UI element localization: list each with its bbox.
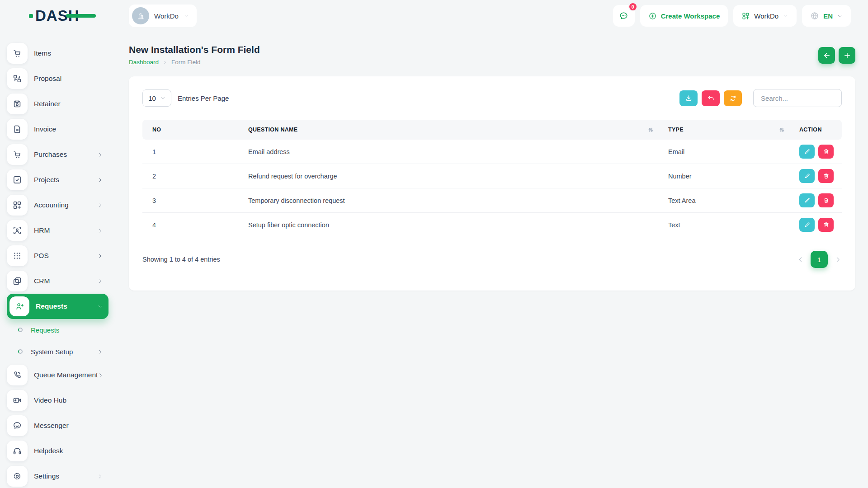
sidebar: Items Proposal Retainer Invoice Purchase… xyxy=(0,32,116,488)
logo-dot xyxy=(29,14,33,18)
sidebar-item-settings[interactable]: Settings xyxy=(7,464,108,488)
pencil-icon xyxy=(804,197,811,204)
app-menu-button[interactable]: WorkDo xyxy=(733,5,797,27)
refresh-icon xyxy=(729,94,737,102)
page-1-button[interactable]: 1 xyxy=(811,251,828,268)
chevron-right-icon xyxy=(97,152,103,158)
plus-icon xyxy=(843,52,851,60)
chevron-right-icon xyxy=(97,177,103,183)
language-code: EN xyxy=(823,12,833,20)
sidebar-subitem-system-setup[interactable]: System Setup xyxy=(0,341,116,362)
search-input[interactable] xyxy=(753,89,842,107)
edit-button[interactable] xyxy=(799,145,815,159)
grid-plus-icon xyxy=(741,12,750,20)
building-icon xyxy=(136,11,146,21)
export-button[interactable] xyxy=(679,90,698,106)
table-row: 2 Refund request for overcharge Number xyxy=(142,164,842,188)
headset-icon xyxy=(7,441,28,461)
next-page-button[interactable] xyxy=(834,256,842,263)
pencil-icon xyxy=(804,221,811,228)
chevron-right-icon xyxy=(98,372,104,378)
table-row: 1 Email address Email xyxy=(142,140,842,164)
delete-button[interactable] xyxy=(818,169,834,183)
undo-button[interactable] xyxy=(702,90,720,106)
sidebar-item-pos[interactable]: POS xyxy=(7,243,108,268)
breadcrumb-dashboard-link[interactable]: Dashboard xyxy=(129,59,159,66)
sidebar-item-retainer[interactable]: Retainer xyxy=(7,91,108,117)
chevron-right-icon xyxy=(97,253,103,259)
messages-button[interactable]: 0 xyxy=(613,5,635,27)
chevron-right-icon xyxy=(97,278,103,284)
sidebar-item-purchases[interactable]: Purchases xyxy=(7,142,108,167)
breadcrumb-current: Form Field xyxy=(171,59,201,66)
sort-icon[interactable] xyxy=(648,127,654,133)
language-selector[interactable]: EN xyxy=(802,5,851,27)
logo-bar xyxy=(66,14,96,18)
sidebar-item-proposal[interactable]: Proposal xyxy=(7,66,108,91)
column-header-type[interactable]: TYPE xyxy=(661,120,792,140)
chevron-right-icon xyxy=(97,228,103,234)
sidebar-item-items[interactable]: Items xyxy=(7,41,108,66)
column-header-question-name[interactable]: QUESTION NAME xyxy=(241,120,661,140)
back-button[interactable] xyxy=(818,47,835,64)
trash-icon xyxy=(823,173,830,179)
main-content: New Installation's Form Field Dashboard … xyxy=(116,32,868,488)
chevron-right-icon xyxy=(97,474,103,479)
chevron-down-icon xyxy=(184,13,189,19)
grid-plus-icon xyxy=(7,195,28,216)
sidebar-item-helpdesk[interactable]: Helpdesk xyxy=(7,438,108,464)
download-icon xyxy=(685,94,693,102)
notification-badge: 0 xyxy=(628,2,637,11)
showing-entries-text: Showing 1 to 4 of 4 entries xyxy=(142,256,220,263)
edit-button[interactable] xyxy=(799,193,815,207)
invoice-icon xyxy=(7,119,28,140)
sidebar-item-requests[interactable]: Requests xyxy=(7,294,108,319)
sidebar-item-queue-management[interactable]: Queue Management xyxy=(7,362,108,388)
message-icon xyxy=(7,415,28,436)
sidebar-item-hrm[interactable]: HRM xyxy=(7,218,108,243)
check-square-icon xyxy=(7,169,28,190)
workspace-name: WorkDo xyxy=(154,12,179,20)
edit-button[interactable] xyxy=(799,169,815,183)
table-row: 3 Temporary disconnection request Text A… xyxy=(142,188,842,213)
sidebar-item-crm[interactable]: CRM xyxy=(7,268,108,294)
phone-icon xyxy=(7,365,28,385)
column-header-action: ACTION xyxy=(799,127,822,133)
workspace-switcher[interactable]: WorkDo xyxy=(129,5,197,27)
entries-per-page-label: Entries Per Page xyxy=(178,94,229,102)
trash-icon xyxy=(823,197,830,204)
create-workspace-button[interactable]: Create Workspace xyxy=(640,5,728,27)
add-form-field-button[interactable] xyxy=(839,47,855,64)
form-field-card: 10 Entries Per Page NO QUESTION NAME xyxy=(129,76,855,291)
video-icon xyxy=(7,390,28,411)
previous-page-button[interactable] xyxy=(797,256,804,263)
delete-button[interactable] xyxy=(818,145,834,159)
user-scan-icon xyxy=(7,220,28,241)
sidebar-item-projects[interactable]: Projects xyxy=(7,167,108,192)
chevron-right-icon xyxy=(834,256,842,263)
sidebar-item-video-hub[interactable]: Video Hub xyxy=(7,388,108,413)
sidebar-item-accounting[interactable]: Accounting xyxy=(7,192,108,218)
edit-button[interactable] xyxy=(799,218,815,232)
sidebar-subitem-requests[interactable]: Requests xyxy=(0,319,116,341)
dots-grid-icon xyxy=(7,245,28,266)
refresh-button[interactable] xyxy=(724,90,742,106)
dash-logo[interactable]: DASH xyxy=(29,7,80,24)
pagination: 1 xyxy=(797,251,842,268)
chevron-down-icon xyxy=(837,13,843,19)
column-header-no: NO xyxy=(152,127,161,133)
topbar: DASH WorkDo 0 Create Workspace WorkDo EN xyxy=(0,0,868,32)
table-row: 4 Setup fiber optic connection Text xyxy=(142,213,842,237)
arrow-left-icon xyxy=(823,52,831,60)
trash-icon xyxy=(823,148,830,155)
delete-button[interactable] xyxy=(818,193,834,207)
entries-per-page-select[interactable]: 10 xyxy=(142,89,171,107)
sidebar-item-invoice[interactable]: Invoice xyxy=(7,117,108,142)
page-title: New Installation's Form Field xyxy=(129,44,260,55)
chevron-right-icon xyxy=(97,349,103,355)
chevron-down-icon xyxy=(97,304,103,310)
trash-icon xyxy=(823,221,830,228)
sidebar-item-messenger[interactable]: Messenger xyxy=(7,413,108,438)
sort-icon[interactable] xyxy=(779,127,785,133)
delete-button[interactable] xyxy=(818,218,834,232)
